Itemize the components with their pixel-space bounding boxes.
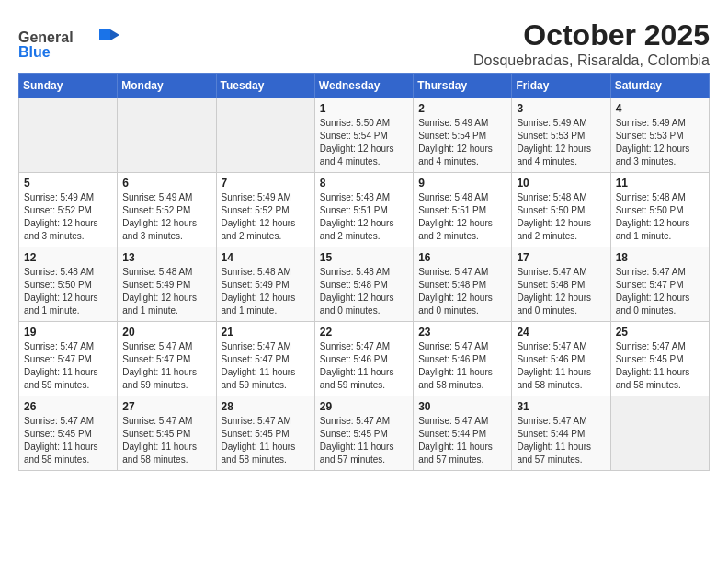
calendar-cell: 5Sunrise: 5:49 AM Sunset: 5:52 PM Daylig… — [19, 173, 118, 247]
calendar-cell: 3Sunrise: 5:49 AM Sunset: 5:53 PM Daylig… — [512, 98, 610, 173]
day-info: Sunrise: 5:47 AM Sunset: 5:45 PM Dayligh… — [122, 415, 210, 466]
calendar-cell: 4Sunrise: 5:49 AM Sunset: 5:53 PM Daylig… — [610, 98, 709, 173]
svg-marker-2 — [110, 29, 119, 40]
day-info: Sunrise: 5:49 AM Sunset: 5:53 PM Dayligh… — [517, 117, 605, 168]
page-header: General Blue October 2025 Dosquebradas, … — [18, 18, 710, 73]
calendar-cell: 20Sunrise: 5:47 AM Sunset: 5:47 PM Dayli… — [118, 322, 216, 396]
col-header-tuesday: Tuesday — [216, 74, 314, 98]
day-info: Sunrise: 5:48 AM Sunset: 5:51 PM Dayligh… — [320, 191, 408, 243]
day-info: Sunrise: 5:48 AM Sunset: 5:50 PM Dayligh… — [616, 191, 704, 243]
calendar-cell: 21Sunrise: 5:47 AM Sunset: 5:47 PM Dayli… — [216, 322, 314, 396]
day-number: 5 — [24, 177, 112, 190]
calendar-cell: 13Sunrise: 5:48 AM Sunset: 5:49 PM Dayli… — [118, 247, 216, 322]
col-header-monday: Monday — [118, 74, 216, 98]
day-number: 25 — [616, 326, 704, 339]
calendar-week-2: 5Sunrise: 5:49 AM Sunset: 5:52 PM Daylig… — [19, 173, 710, 247]
col-header-sunday: Sunday — [19, 74, 118, 98]
day-info: Sunrise: 5:47 AM Sunset: 5:47 PM Dayligh… — [222, 340, 310, 392]
day-info: Sunrise: 5:47 AM Sunset: 5:44 PM Dayligh… — [418, 415, 506, 466]
calendar-cell — [216, 98, 314, 173]
day-number: 29 — [320, 400, 408, 413]
day-number: 13 — [122, 251, 210, 264]
day-info: Sunrise: 5:47 AM Sunset: 5:48 PM Dayligh… — [517, 266, 605, 317]
day-info: Sunrise: 5:48 AM Sunset: 5:50 PM Dayligh… — [24, 266, 112, 317]
calendar-cell: 10Sunrise: 5:48 AM Sunset: 5:50 PM Dayli… — [512, 173, 610, 247]
day-number: 24 — [517, 326, 605, 339]
calendar-header-row: SundayMondayTuesdayWednesdayThursdayFrid… — [19, 74, 710, 98]
day-number: 3 — [517, 102, 605, 115]
day-info: Sunrise: 5:48 AM Sunset: 5:49 PM Dayligh… — [122, 266, 210, 317]
day-number: 8 — [320, 177, 408, 190]
day-number: 23 — [418, 326, 506, 339]
calendar-cell: 9Sunrise: 5:48 AM Sunset: 5:51 PM Daylig… — [414, 173, 512, 247]
day-number: 7 — [222, 177, 310, 190]
day-number: 27 — [122, 400, 210, 413]
calendar-table: SundayMondayTuesdayWednesdayThursdayFrid… — [18, 73, 710, 471]
calendar-cell: 25Sunrise: 5:47 AM Sunset: 5:45 PM Dayli… — [610, 322, 709, 396]
calendar-cell: 22Sunrise: 5:47 AM Sunset: 5:46 PM Dayli… — [314, 322, 413, 396]
day-number: 2 — [418, 102, 506, 115]
day-number: 6 — [122, 177, 210, 190]
calendar-cell: 15Sunrise: 5:48 AM Sunset: 5:48 PM Dayli… — [314, 247, 413, 322]
day-info: Sunrise: 5:47 AM Sunset: 5:46 PM Dayligh… — [418, 340, 506, 392]
day-number: 31 — [517, 400, 605, 413]
day-info: Sunrise: 5:47 AM Sunset: 5:44 PM Dayligh… — [517, 415, 605, 466]
day-info: Sunrise: 5:49 AM Sunset: 5:52 PM Dayligh… — [24, 191, 112, 243]
calendar-cell: 1Sunrise: 5:50 AM Sunset: 5:54 PM Daylig… — [314, 98, 413, 173]
day-number: 28 — [222, 400, 310, 413]
day-number: 12 — [24, 251, 112, 264]
calendar-cell: 12Sunrise: 5:48 AM Sunset: 5:50 PM Dayli… — [19, 247, 118, 322]
day-number: 19 — [24, 326, 112, 339]
day-number: 11 — [616, 177, 704, 190]
logo: General Blue — [18, 22, 119, 63]
day-number: 20 — [122, 326, 210, 339]
day-info: Sunrise: 5:49 AM Sunset: 5:53 PM Dayligh… — [616, 117, 704, 168]
calendar-cell: 16Sunrise: 5:47 AM Sunset: 5:48 PM Dayli… — [414, 247, 512, 322]
calendar-week-1: 1Sunrise: 5:50 AM Sunset: 5:54 PM Daylig… — [19, 98, 710, 173]
col-header-friday: Friday — [512, 74, 610, 98]
day-info: Sunrise: 5:47 AM Sunset: 5:47 PM Dayligh… — [122, 340, 210, 392]
calendar-week-3: 12Sunrise: 5:48 AM Sunset: 5:50 PM Dayli… — [19, 247, 710, 322]
col-header-thursday: Thursday — [414, 74, 512, 98]
day-info: Sunrise: 5:49 AM Sunset: 5:54 PM Dayligh… — [418, 117, 506, 168]
col-header-saturday: Saturday — [610, 74, 709, 98]
logo-svg: General Blue — [18, 22, 119, 59]
calendar-cell: 29Sunrise: 5:47 AM Sunset: 5:45 PM Dayli… — [314, 396, 413, 471]
calendar-cell: 11Sunrise: 5:48 AM Sunset: 5:50 PM Dayli… — [610, 173, 709, 247]
day-info: Sunrise: 5:48 AM Sunset: 5:49 PM Dayligh… — [222, 266, 310, 317]
day-info: Sunrise: 5:49 AM Sunset: 5:52 PM Dayligh… — [122, 191, 210, 243]
day-info: Sunrise: 5:47 AM Sunset: 5:46 PM Dayligh… — [517, 340, 605, 392]
day-number: 1 — [320, 102, 408, 115]
day-number: 4 — [616, 102, 704, 115]
calendar-header: October 2025 Dosquebradas, Risaralda, Co… — [18, 18, 710, 69]
day-info: Sunrise: 5:47 AM Sunset: 5:45 PM Dayligh… — [616, 340, 704, 392]
day-number: 16 — [418, 251, 506, 264]
day-number: 21 — [222, 326, 310, 339]
calendar-title: October 2025 — [18, 18, 710, 52]
day-number: 17 — [517, 251, 605, 264]
day-info: Sunrise: 5:47 AM Sunset: 5:47 PM Dayligh… — [616, 266, 704, 317]
calendar-cell: 28Sunrise: 5:47 AM Sunset: 5:45 PM Dayli… — [216, 396, 314, 471]
calendar-subtitle: Dosquebradas, Risaralda, Colombia — [18, 52, 710, 69]
calendar-cell: 27Sunrise: 5:47 AM Sunset: 5:45 PM Dayli… — [118, 396, 216, 471]
day-number: 10 — [517, 177, 605, 190]
calendar-cell: 6Sunrise: 5:49 AM Sunset: 5:52 PM Daylig… — [118, 173, 216, 247]
day-number: 15 — [320, 251, 408, 264]
day-info: Sunrise: 5:50 AM Sunset: 5:54 PM Dayligh… — [320, 117, 408, 168]
day-info: Sunrise: 5:48 AM Sunset: 5:48 PM Dayligh… — [320, 266, 408, 317]
calendar-cell: 26Sunrise: 5:47 AM Sunset: 5:45 PM Dayli… — [19, 396, 118, 471]
day-info: Sunrise: 5:47 AM Sunset: 5:48 PM Dayligh… — [418, 266, 506, 317]
day-info: Sunrise: 5:48 AM Sunset: 5:50 PM Dayligh… — [517, 191, 605, 243]
calendar-cell: 7Sunrise: 5:49 AM Sunset: 5:52 PM Daylig… — [216, 173, 314, 247]
calendar-cell: 24Sunrise: 5:47 AM Sunset: 5:46 PM Dayli… — [512, 322, 610, 396]
calendar-cell — [19, 98, 118, 173]
calendar-cell: 30Sunrise: 5:47 AM Sunset: 5:44 PM Dayli… — [414, 396, 512, 471]
day-number: 22 — [320, 326, 408, 339]
day-number: 30 — [418, 400, 506, 413]
day-info: Sunrise: 5:47 AM Sunset: 5:45 PM Dayligh… — [320, 415, 408, 466]
calendar-cell: 23Sunrise: 5:47 AM Sunset: 5:46 PM Dayli… — [414, 322, 512, 396]
day-info: Sunrise: 5:47 AM Sunset: 5:46 PM Dayligh… — [320, 340, 408, 392]
calendar-cell: 31Sunrise: 5:47 AM Sunset: 5:44 PM Dayli… — [512, 396, 610, 471]
calendar-cell: 18Sunrise: 5:47 AM Sunset: 5:47 PM Dayli… — [610, 247, 709, 322]
svg-text:Blue: Blue — [18, 44, 51, 59]
